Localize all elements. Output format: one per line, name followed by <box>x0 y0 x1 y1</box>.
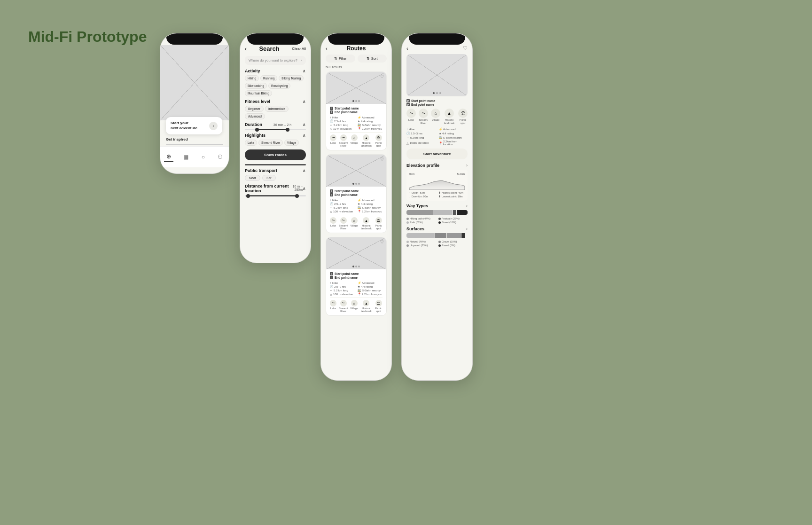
chip-village[interactable]: Village <box>284 140 299 146</box>
detail-end-name: End point name <box>411 103 434 106</box>
chip-far[interactable]: Far <box>262 175 276 181</box>
phone-notch-4 <box>409 33 465 45</box>
nav-person-icon[interactable]: ⚇ <box>216 152 225 162</box>
chip-beginner[interactable]: Beginner <box>245 106 264 112</box>
route-stats-3: ↑Hike ⚡Advanced 🕐2.5–3 hrs ★4.4 rating ↔… <box>330 281 383 296</box>
wt-footpath <box>453 210 457 215</box>
show-routes-slider[interactable] <box>245 164 306 165</box>
surfaces-container: Natural (46%) Gravel (19%) Unpaved (23%)… <box>406 233 468 247</box>
filter-button[interactable]: ⇅ Filter <box>326 55 355 63</box>
elevation-container: 0km 5.2km ↑Up/dn: 83m ⬆Highest point: 40… <box>406 170 468 201</box>
search-input-bar[interactable]: Where do you want to explore? › <box>245 56 306 65</box>
heart-icon-2[interactable]: ♡ <box>380 157 384 162</box>
show-routes-button[interactable]: Show routes <box>245 149 306 160</box>
adventure-card-text: Start your next adventure <box>171 121 197 131</box>
elevation-stats: ↑Up/dn: 83m ⬆Highest point: 40m ↓Down/dn… <box>409 191 465 198</box>
route-tags-1: 〜Lake 〜Stream/ River ⌂Village ▲Historic … <box>330 132 383 147</box>
fitness-toggle[interactable]: ∧ <box>303 99 306 104</box>
way-types-container: Hiking path (44%) Footpath (25%) Path (3… <box>406 210 468 224</box>
filter-label: Filter <box>339 56 347 61</box>
detail-start-icon: P <box>406 99 410 102</box>
chip-intermediate[interactable]: Intermediate <box>265 106 289 112</box>
adventure-card[interactable]: Start your next adventure › <box>166 117 222 134</box>
surfaces-section-header[interactable]: Surfaces › <box>406 227 468 231</box>
chip-advanced[interactable]: Advanced <box>245 113 265 119</box>
wt-path <box>433 210 453 215</box>
wt-hiking-path <box>406 210 433 215</box>
distance-toggle[interactable]: ∧ <box>303 186 306 191</box>
sort-icon: ⇅ <box>367 56 370 61</box>
transport-toggle[interactable]: ∧ <box>303 168 306 173</box>
nav-compass-icon[interactable]: ⊕ <box>164 152 173 162</box>
heart-icon-1[interactable]: ♡ <box>380 74 384 79</box>
legend-footpath: Footpath (25%) <box>438 217 468 220</box>
surface-paved <box>461 233 465 238</box>
chip-stream[interactable]: Stream/ River <box>258 140 283 146</box>
sort-label: Sort <box>371 56 378 61</box>
route-card-3[interactable]: ♡ P Start point name P End point name <box>326 237 387 316</box>
chip-hiking[interactable]: Hiking <box>245 75 259 81</box>
route-card-1[interactable]: ♡ P Start point name P End point name <box>326 71 387 150</box>
detail-end-icon: P <box>406 103 410 106</box>
nav-circle-icon[interactable]: ○ <box>198 152 208 162</box>
elevation-end-label: 5.2km <box>457 172 465 175</box>
detail-tag-picnic: ⛱ Picnic spot <box>458 109 468 125</box>
heart-icon-3[interactable]: ♡ <box>380 240 384 244</box>
duration-slider[interactable] <box>245 129 306 130</box>
chip-running[interactable]: Running <box>260 75 277 81</box>
nav-grid-icon[interactable]: ▦ <box>181 152 191 162</box>
chip-near[interactable]: Near <box>245 175 260 181</box>
adventure-arrow-icon[interactable]: › <box>209 122 218 130</box>
public-transport-label: Public transport <box>245 168 277 173</box>
elevation-section-header[interactable]: Elevation profile › <box>406 163 468 168</box>
public-transport-section: Public transport ∧ Near Far <box>245 168 306 181</box>
elevation-start-label: 0km <box>409 172 414 175</box>
filter-sort-row: ⇅ Filter ⇅ Sort <box>326 55 387 63</box>
surface-unpaved <box>447 233 461 238</box>
search-header: ‹ Search Clear All <box>245 45 306 52</box>
routes-back-btn[interactable]: ‹ <box>326 46 328 51</box>
start-adventure-button[interactable]: Start adventure <box>406 149 468 159</box>
chip-lake[interactable]: Lake <box>245 140 257 146</box>
chip-bikepacking[interactable]: Bikepacking <box>245 83 267 89</box>
chip-biking[interactable]: Biking Touring <box>279 75 304 81</box>
route-card-2[interactable]: ♡ P Start point name P End point name <box>326 154 387 233</box>
detail-start-name: Start point name <box>411 99 435 102</box>
chip-mountainbiking[interactable]: Mountain Biking <box>245 90 272 96</box>
card-dots-1 <box>352 100 360 102</box>
phone-2: 9:41 ▲▲▲ ‹ Search Clear All Where do you… <box>240 33 311 263</box>
duration-toggle[interactable]: ∧ <box>303 122 306 127</box>
routes-title: Routes <box>347 45 366 52</box>
distance-section: Distance from current location 10 m – 28… <box>245 184 306 196</box>
detail-heart-icon[interactable]: ♡ <box>463 45 468 51</box>
search-arrow-icon: › <box>301 58 302 63</box>
way-types-bar <box>406 210 468 215</box>
distance-range: 10 m – 280m <box>289 185 303 191</box>
detail-back-btn[interactable]: ‹ <box>406 46 408 51</box>
fitness-label: Fitness level <box>245 99 270 104</box>
legend-paved: Paved (5%) <box>438 244 468 247</box>
start-icon-3: P <box>330 272 333 275</box>
elevation-arrow-icon: › <box>466 163 468 168</box>
highlights-label: Highlights <box>245 133 265 138</box>
detail-header: ‹ ♡ <box>406 45 468 51</box>
phone-3: 9:41 ▲▲▲ ‹ Routes ⇅ Filter ⇅ Sort 50+ re… <box>320 33 392 381</box>
sort-button[interactable]: ⇅ Sort <box>358 55 387 63</box>
elevation-chart <box>409 177 465 190</box>
chip-roadcycling[interactable]: Roadcycling <box>268 83 290 89</box>
search-placeholder: Where do you want to explore? <box>249 58 297 63</box>
way-types-section-header[interactable]: Way Types › <box>406 204 468 208</box>
phone-notch-2 <box>247 33 304 45</box>
legend-unpaved: Unpaved (23%) <box>406 244 436 247</box>
highlights-toggle[interactable]: ∧ <box>303 133 306 138</box>
end-point-2: P End point name <box>330 193 383 196</box>
transport-chips: Near Far <box>245 175 306 181</box>
page-title: Mid-Fi Prototype <box>28 28 147 46</box>
activity-toggle[interactable]: ∧ <box>303 69 306 73</box>
search-clear-btn[interactable]: Clear All <box>292 47 306 51</box>
distance-slider[interactable] <box>245 195 306 196</box>
route-image-1: ♡ <box>326 72 386 104</box>
legend-path: Path (32%) <box>406 221 436 224</box>
route-tags-3: 〜Lake 〜Stream/ River ⌂Village ▲Historic … <box>330 298 383 313</box>
start-icon-1: P <box>330 107 333 110</box>
